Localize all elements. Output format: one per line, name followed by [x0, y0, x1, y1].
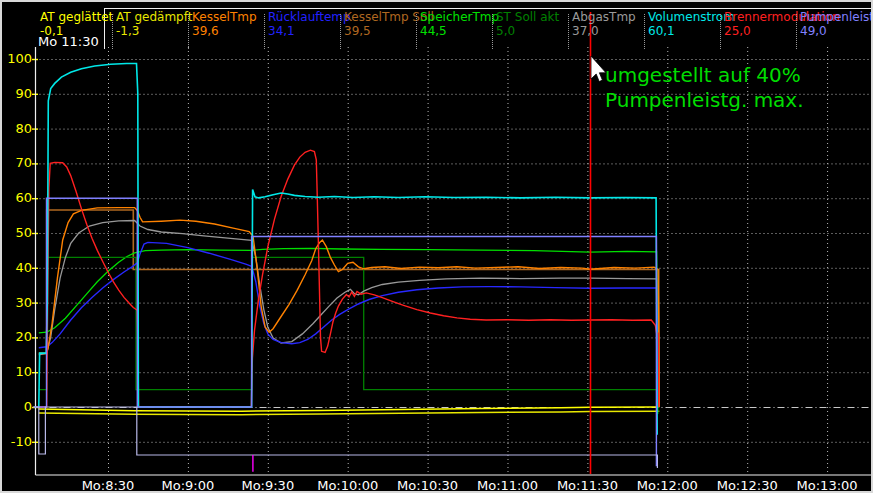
legend-item-label: AT gedämpft [116, 10, 194, 24]
legend-item-8[interactable]: AbgasTmp37,0 [572, 10, 650, 38]
legend-item-value: -1,3 [116, 24, 194, 38]
legend-item-label: Rücklauftemp [268, 10, 346, 24]
legend-separator [264, 14, 265, 49]
legend-item-5[interactable]: KesselTmp Soll39,5 [344, 10, 422, 38]
legend-item-6[interactable]: SpeicherTmp44,5 [420, 10, 498, 38]
x-axis-label: Mo:13:00 [797, 478, 858, 493]
legend-separator [112, 14, 113, 49]
series-unlabeled-status-line [33, 407, 657, 468]
annotation-line-2: Pumpenleistg. max. [605, 88, 804, 113]
y-axis-label: 0 [2, 399, 32, 414]
legend-item-value: 37,0 [572, 24, 650, 38]
x-axis-label: Mo:11:00 [477, 478, 538, 493]
legend-item-label: Volumenstrom [648, 10, 726, 24]
legend-separator [340, 14, 341, 49]
legend-item-value: 5,0 [496, 24, 574, 38]
y-axis-label: 50 [2, 225, 32, 240]
y-axis-label: 70 [2, 155, 32, 170]
legend-separator [720, 14, 721, 49]
legend-item-value: 39,6 [192, 24, 270, 38]
y-axis-label: 60 [2, 190, 32, 205]
y-axis-label: -10 [2, 434, 32, 449]
legend-item-value: 25,0 [724, 24, 802, 38]
x-axis-label: Mo:12:30 [717, 478, 778, 493]
x-axis-label: Mo:10:30 [397, 478, 458, 493]
y-axis-label: 40 [2, 260, 32, 275]
legend-item-label: SpeicherTmp [420, 10, 498, 24]
legend-item-label: AbgasTmp [572, 10, 650, 24]
legend-item-11[interactable]: Pumpenleistung49,0 [800, 10, 873, 38]
legend-item-value: 60,1 [648, 24, 726, 38]
legend-top-divider [104, 8, 873, 9]
annotation-line-1: umgestellt auf 40% [605, 63, 804, 88]
y-axis-label: 20 [2, 329, 32, 344]
legend-item-value: 39,5 [344, 24, 422, 38]
legend-item-value: 34,1 [268, 24, 346, 38]
legend-item-label: KesselTmp Soll [344, 10, 422, 24]
y-axis-label: 90 [2, 86, 32, 101]
legend-item-10[interactable]: Brennermodulation25,0 [724, 10, 802, 38]
legend-separator [188, 14, 189, 49]
x-axis-label: Mo:12:00 [637, 478, 698, 493]
x-axis-label: Mo:10:00 [317, 478, 378, 493]
x-axis-label: Mo:9:30 [241, 478, 294, 493]
y-axis-label: 30 [2, 295, 32, 310]
legend-item-label: KesselTmp [192, 10, 270, 24]
series-pumpenleistung [33, 198, 656, 466]
legend-item-2[interactable]: AT gedämpft-1,3 [116, 10, 194, 38]
series-at-ged-mpft [39, 411, 660, 415]
legend-item-value: 44,5 [420, 24, 498, 38]
legend-separator [796, 14, 797, 49]
legend-item-3[interactable]: KesselTmp39,6 [192, 10, 270, 38]
legend-item-label: ST Soll akt [496, 10, 574, 24]
legend-separator [492, 14, 493, 49]
legend-item-7[interactable]: ST Soll akt5,0 [496, 10, 574, 38]
x-axis-label: Mo:8:30 [82, 478, 135, 493]
legend-item-label: Brennermodulation [724, 10, 802, 24]
chart-annotation: umgestellt auf 40% Pumpenleistg. max. [605, 63, 804, 113]
legend-item-label: Pumpenleistung [800, 10, 873, 24]
legend-item-label: AT geglättet [40, 10, 118, 24]
legend-item-4[interactable]: Rücklauftemp34,1 [268, 10, 346, 38]
chart-window: AT geglättet-0,1AT gedämpft-1,3KesselTmp… [0, 0, 873, 493]
legend-item-value: 49,0 [800, 24, 873, 38]
y-axis-label: 80 [2, 121, 32, 136]
legend-item-9[interactable]: Volumenstrom60,1 [648, 10, 726, 38]
x-axis-label: Mo:9:00 [162, 478, 215, 493]
legend-separator [568, 14, 569, 49]
legend-separator [644, 14, 645, 49]
y-axis-label: 100 [2, 51, 32, 66]
cursor-timestamp: Mo 11:30 [38, 34, 99, 49]
y-axis-label: 10 [2, 364, 32, 379]
legend-separator [416, 14, 417, 49]
series-kesseltmp [39, 208, 660, 407]
x-axis-label: Mo:11:30 [557, 478, 618, 493]
